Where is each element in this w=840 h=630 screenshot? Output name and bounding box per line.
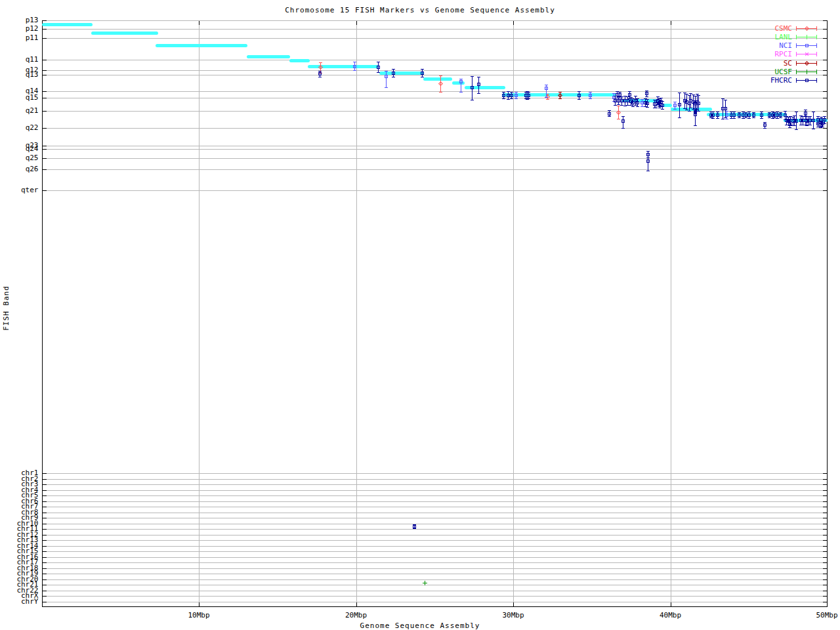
error-bar-cap [377,62,380,62]
error-bar-cap [795,112,798,112]
assembly-band-segment [42,23,93,26]
left-tick-p12 [43,29,47,30]
error-bar-cap [413,528,416,529]
error-bar-cap [744,112,747,113]
left-tick-chr13 [43,540,47,541]
error-bar-cap [779,117,782,118]
error-bar-cap [725,119,728,119]
error-bar-cap [353,62,356,62]
right-tick-chr18 [823,568,827,569]
legend-sample-cap [796,61,797,66]
error-bar-cap [645,96,648,97]
marker-square [804,112,807,115]
x-tick-label-50Mbp: 50Mbp [807,612,840,620]
y-tick-label-p13: p13 [1,16,39,24]
left-tick-chr12 [43,535,47,536]
marker-square [502,94,505,97]
marker-square [823,118,826,121]
marker-square [732,114,736,117]
left-tick-q12 [43,70,47,71]
marker-square [608,112,611,116]
right-tick-q25 [823,158,827,159]
legend-sample-cap [796,43,797,48]
right-tick-chrX [823,596,827,597]
error-bar [386,71,387,88]
legend-sample-cap [816,61,817,66]
error-bar-cap [678,117,681,118]
y-tick-label-p11: p11 [1,34,39,42]
marker-plus [807,35,807,39]
left-tick-q13 [43,75,47,75]
error-bar-cap [617,106,620,106]
error-bar-cap [646,107,649,108]
marker-square [694,113,697,116]
marker-square [636,101,639,104]
right-tick-chr5 [823,495,827,496]
left-tick-p13 [43,20,47,21]
gridline-chr20 [43,579,828,580]
error-bar-cap [724,117,727,118]
error-bar-cap [771,118,774,119]
right-tick-q22 [823,128,827,129]
error-bar-cap [558,92,562,93]
gridline-q25 [43,158,828,159]
gridline-q11 [43,60,828,60]
error-bar-cap [661,101,664,102]
right-tick-chr9 [823,518,827,518]
error-bar-cap [421,69,424,70]
error-bar-cap [377,72,380,73]
error-bar-cap [608,116,611,117]
legend-sample-cap [796,35,797,39]
marker-square [678,103,681,106]
error-bar-cap [768,112,771,113]
error-bar-cap [646,151,650,152]
left-tick-chrX [43,596,47,597]
gridline-p11 [43,38,828,39]
error-bar-cap [621,116,625,117]
error-bar-cap [716,118,719,119]
y-tick-label-q15: q15 [1,94,39,102]
error-bar-cap [683,93,686,93]
marker-square [527,94,530,97]
marker-square [578,94,581,97]
left-tick-chr15 [43,551,47,552]
gridline-chr4 [43,490,828,491]
error-bar-cap [502,92,505,93]
legend-sample-cap [816,43,817,48]
error-bar-cap [724,100,727,100]
left-tick-chr8 [43,513,47,513]
marker-square [716,114,719,117]
right-tick-q21 [823,111,827,112]
gridline-chrY [43,602,828,602]
error-bar-cap [558,98,562,99]
legend-sample-cap [816,26,817,31]
chart-canvas: Chromosome 15 FISH Markers vs Genome Seq… [0,0,840,630]
legend-sample-cap [816,35,817,39]
error-bar-cap [385,71,388,72]
marker-square [747,114,751,117]
right-tick-chr17 [823,562,827,563]
gridline-chr22 [43,591,828,591]
error-bar-cap [658,108,662,108]
marker-square [621,119,625,123]
legend-sample-cap [796,52,797,56]
error-bar-cap [716,112,719,112]
error-bar-cap [545,97,548,98]
marker-square [645,92,648,95]
error-bar-cap [732,112,736,112]
left-tick-chr6 [43,501,47,502]
error-bar-cap [821,127,824,127]
gridline-q15 [43,98,828,98]
marker-square [812,119,815,122]
left-tick-p11 [43,38,47,39]
error-bar-cap [645,91,648,91]
right-tick-q15 [823,98,827,98]
error-bar-cap [711,112,715,112]
marker-square [545,87,548,90]
error-bar-cap [392,77,395,77]
marker-square [471,86,474,89]
bottom-tick-50Mbp [827,602,828,606]
error-bar-cap [819,127,822,128]
y-tick-label-q22: q22 [1,124,39,132]
error-bar-cap [634,96,637,96]
